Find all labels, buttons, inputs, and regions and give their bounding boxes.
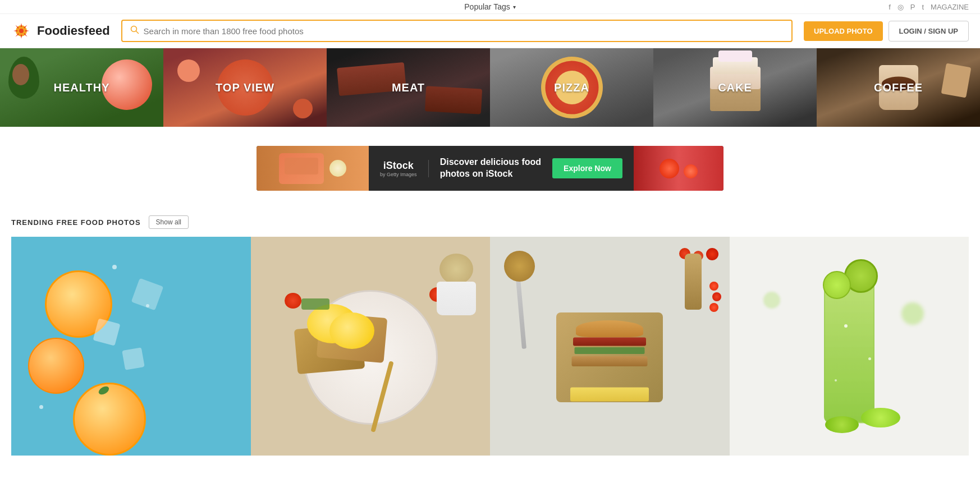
chevron-down-icon: ▾ [513,4,516,10]
category-healthy[interactable]: HEALTHY [0,48,163,127]
search-icon [130,25,139,36]
top-bar: Popular Tags ▾ f ◎ P t MAGAZINE [0,0,980,14]
istock-banner[interactable]: iStock by Getty Images Discover deliciou… [257,146,723,191]
pinterest-icon[interactable]: P [910,3,915,11]
banner-text: Discover delicious foodphotos on iStock [429,157,552,180]
photo-item-2[interactable] [251,237,491,456]
category-topview-label: TOP VIEW [216,81,274,94]
category-coffee[interactable]: COFFEE [817,48,980,127]
category-cake-label: CAKE [718,81,752,94]
twitter-icon[interactable]: t [922,3,924,11]
banner-wrapper: iStock by Getty Images Discover deliciou… [0,127,980,210]
istock-sub: by Getty Images [380,172,417,177]
trending-title: TRENDING FREE FOOD PHOTOS [11,218,141,227]
search-input[interactable] [144,26,784,36]
category-pizza-label: PIZZA [554,81,589,94]
header-buttons: UPLOAD PHOTO LOGIN / SIGN UP [804,21,969,42]
category-pizza[interactable]: PIZZA [490,48,653,127]
category-grid: HEALTHY TOP VIEW MEAT PIZZA [0,48,980,127]
photo-item-1[interactable] [11,237,251,456]
svg-point-2 [19,29,24,33]
upload-photo-button[interactable]: UPLOAD PHOTO [804,21,883,41]
category-healthy-label: HEALTHY [54,81,110,94]
login-signup-button[interactable]: LOGIN / SIGN UP [889,21,969,42]
popular-tags-label: Popular Tags [464,2,510,11]
trending-header: TRENDING FREE FOOD PHOTOS Show all [11,215,969,229]
magazine-link[interactable]: MAGAZINE [931,3,969,11]
istock-brand: iStock [383,160,414,172]
header: Foodiesfeed UPLOAD PHOTO LOGIN / SIGN UP [0,14,980,48]
social-links: f ◎ P t MAGAZINE [889,3,969,11]
facebook-icon[interactable]: f [889,3,891,11]
logo-icon [11,21,31,41]
banner-right-visual [634,146,723,191]
category-topview[interactable]: TOP VIEW [163,48,327,127]
popular-tags[interactable]: Popular Tags ▾ [464,2,515,11]
banner-food-visual [257,146,369,191]
category-coffee-label: COFFEE [874,81,923,94]
category-meat-label: MEAT [392,81,425,94]
logo[interactable]: Foodiesfeed [11,21,110,41]
explore-now-button[interactable]: Explore Now [552,158,622,178]
svg-line-4 [136,31,138,34]
show-all-button[interactable]: Show all [149,215,189,229]
photo-item-4[interactable] [730,237,969,456]
instagram-icon[interactable]: ◎ [897,3,904,11]
category-cake[interactable]: CAKE [653,48,817,127]
category-meat[interactable]: MEAT [327,48,490,127]
trending-section: TRENDING FREE FOOD PHOTOS Show all [0,210,980,456]
logo-text: Foodiesfeed [37,24,110,38]
photo-grid [11,237,969,456]
search-bar [121,20,793,42]
photo-item-3[interactable] [490,237,730,456]
banner-logo: iStock by Getty Images [369,160,429,177]
